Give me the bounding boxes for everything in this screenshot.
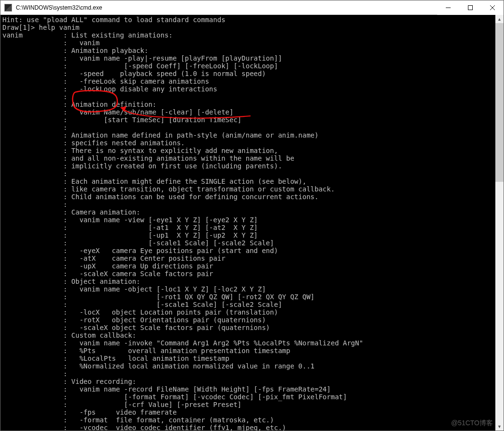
vertical-scrollbar[interactable]: ▲ ▼ [495, 15, 504, 431]
maximize-button[interactable] [459, 0, 481, 15]
window-title: C:\WINDOWS\system32\cmd.exe [15, 4, 437, 11]
scroll-track[interactable] [495, 23, 504, 422]
console-output: Hint: use "pload ALL" command to load st… [0, 15, 504, 431]
window-controls [437, 0, 504, 14]
watermark: @51CTO博客 [451, 419, 493, 428]
cmd-icon [4, 4, 12, 12]
close-icon [490, 5, 495, 10]
titlebar[interactable]: C:\WINDOWS\system32\cmd.exe [0, 0, 504, 15]
minimize-button[interactable] [437, 0, 459, 15]
scroll-down-button[interactable]: ▼ [495, 422, 504, 431]
scroll-thumb[interactable] [495, 23, 504, 182]
minimize-icon [446, 5, 451, 10]
scroll-up-button[interactable]: ▲ [495, 15, 504, 23]
maximize-icon [468, 5, 473, 10]
cmd-window: C:\WINDOWS\system32\cmd.exe Hint: use "p… [0, 0, 504, 431]
svg-rect-1 [468, 6, 473, 10]
console-area[interactable]: Hint: use "pload ALL" command to load st… [0, 15, 504, 431]
close-button[interactable] [481, 0, 504, 15]
